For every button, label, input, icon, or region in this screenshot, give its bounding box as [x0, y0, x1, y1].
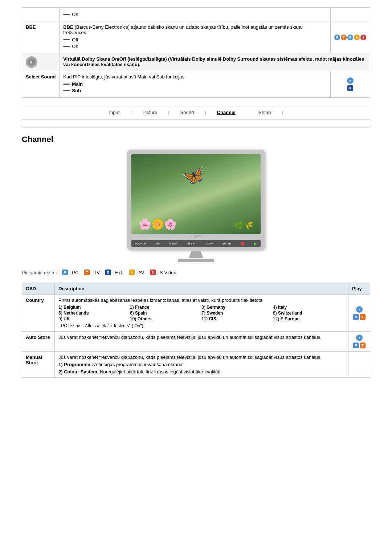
bbe-label-cell: BBE [22, 21, 60, 53]
legend-pc: P : PC [62, 270, 78, 275]
manual-store-prog: 1) Programme : Attiecīgās programmas iev… [58, 362, 344, 367]
power-button[interactable] [241, 242, 244, 246]
country-play-cell: P T [348, 295, 370, 332]
legend-row: Pieejamie režīmi P : PC T : TV E : Ext. … [22, 270, 370, 275]
bbe-icons-cell: P T E A S [331, 21, 370, 53]
country-1: 1) Belgium [58, 305, 130, 310]
country-5: 5) Netherlands [58, 311, 130, 316]
empty-label [22, 8, 60, 21]
tv-controls-bar: SOURCE PIP MENU CH▲▼ VOL+− ENTER ▶ [131, 240, 261, 247]
legend-svideo: S : S-Video [150, 270, 176, 275]
manual-store-label: ManualStore [22, 352, 55, 378]
power-indicator: ▶ [254, 242, 257, 246]
legend-svideo-label: : S-Video [157, 270, 176, 275]
bbe-on-top-desc: On [60, 8, 331, 21]
select-main-label: Main [72, 81, 83, 87]
desc-col-header: Description [55, 283, 348, 295]
tv-base-bar [178, 259, 214, 262]
select-sound-desc: Kad PIP ir ieslēgts, jūs varat atlasīt M… [63, 74, 185, 80]
play-icon-circle [347, 77, 354, 84]
auto-store-desc: Jūs varat noskenēt frekvenču diapazonu, … [55, 332, 348, 352]
ctrl-enter: ENTER [222, 242, 231, 245]
top-section-table: On BBE BBE (Barcus-Berry Electronics) at… [22, 7, 370, 98]
country-12: 12) E.Europe. [273, 316, 344, 321]
bbe-desc: BBE (Barcus-Berry Electronics) atjauno d… [63, 24, 303, 35]
bbe-label: BBE [26, 24, 36, 30]
nav-sound[interactable]: Sound [180, 110, 194, 115]
divider [22, 127, 370, 127]
tv-frame: 🦋 🌸🌼🌸 🌿🌾 RLAHF3 SOURCE PIP MENU CH▲▼ VOL… [127, 150, 265, 250]
manual-store-colour: 2) Colour System: Noregulējiet atkārtoti… [58, 369, 344, 374]
auto-store-play-cell: P T [348, 332, 370, 352]
manual-store-desc: Jūs varat noskenēt frekvenču diapazonu, … [55, 352, 348, 378]
nav-input[interactable]: Input [109, 110, 119, 115]
osd-table: OSD Description Play Country Pirms autom… [22, 283, 370, 378]
manual-store-intro: Jūs varat noskenēt frekvenču diapazonu, … [58, 355, 344, 360]
tv-base [127, 259, 265, 262]
tv-screen: 🦋 🌸🌼🌸 🌿🌾 [131, 154, 261, 234]
country-play-icon [356, 306, 363, 313]
nav-sep-5: | [282, 110, 283, 115]
country-6: 6) Spain [130, 311, 201, 316]
legend-label: Pieejamie režīmi [22, 270, 57, 275]
flowers-display: 🌸🌼🌸 [139, 218, 177, 230]
p-icon-small: P [347, 85, 353, 91]
ctrl-menu: MENU [169, 242, 177, 245]
osd-col-header: OSD [22, 283, 55, 295]
country-7: 7) Sweden [201, 311, 273, 316]
tv-stand-neck [189, 251, 203, 258]
nav-picture[interactable]: Picture [143, 110, 157, 115]
bbe-desc-bold: BBE [63, 24, 73, 30]
radio-on-icon [63, 46, 70, 47]
legend-svideo-icon: S [150, 270, 156, 275]
svg-marker-2 [359, 308, 360, 311]
icon-a: A [354, 35, 360, 40]
nav-setup[interactable]: Setup [258, 110, 271, 115]
bbe-on-top-icon-cell [331, 8, 370, 21]
auto-store-label: Auto Store [22, 332, 55, 352]
radio-on-top-icon [63, 14, 70, 15]
country-desc: Pirms automātiskās saglabāšanas iespējas… [55, 295, 348, 332]
auto-store-play-icon [356, 335, 363, 341]
bbe-off-label: Off [72, 37, 78, 42]
ctrl-pip: PIP [156, 242, 160, 245]
butterfly-display: 🦋 [180, 163, 206, 188]
legend-pc-icon: P [62, 270, 68, 275]
flowers-right: 🌿🌾 [234, 221, 253, 230]
legend-ext-label: : Ext. [113, 270, 123, 275]
country-pt-icons: P T [353, 314, 366, 320]
nav-sep-2: | [168, 110, 169, 115]
legend-tv-icon: T [84, 270, 90, 275]
pc-note: - PC režīms : Attēls attēlā" ir Ieslēgts… [58, 323, 344, 328]
bbe-on-top-label: On [72, 12, 78, 17]
ctrl-vol: VOL+− [205, 242, 213, 245]
dolby-icon-cell [22, 53, 60, 71]
radio-sub-icon [63, 90, 70, 91]
manual-store-play-cell [348, 352, 370, 378]
legend-ext: E : Ext. [105, 270, 123, 275]
legend-tv-label: : TV [91, 270, 100, 275]
radio-main-icon [63, 84, 70, 85]
country-list: 1) Belgium 2) France 3) Germany 4) Italy… [58, 305, 344, 321]
nav-sep-1: | [130, 110, 131, 115]
select-sound-label-cell: Select Sound [22, 71, 60, 98]
nav-channel[interactable]: Channel [217, 110, 236, 115]
icon-t: T [341, 35, 347, 40]
nav-bar: Input | Picture | Sound | Channel | Setu… [22, 105, 370, 120]
nav-sep-4: | [246, 110, 248, 115]
legend-av: A : AV [129, 270, 144, 275]
country-intro: Pirms automātiskās saglabāšanas iespējas… [58, 297, 344, 303]
country-row: Country Pirms automātiskās saglabāšanas … [22, 295, 370, 332]
auto-store-p-icon: P [353, 343, 359, 348]
tv-model-text: RLAHF3 [131, 234, 261, 239]
legend-tv: T : TV [84, 270, 100, 275]
bbe-desc-cell: BBE (Barcus-Berry Electronics) atjauno d… [60, 21, 331, 53]
country-3: 3) Germany [201, 305, 273, 310]
select-sound-icon-cell: P [331, 71, 370, 98]
svg-marker-1 [350, 80, 351, 82]
radio-off-icon [63, 39, 70, 40]
tv-wrapper: 🦋 🌸🌼🌸 🌿🌾 RLAHF3 SOURCE PIP MENU CH▲▼ VOL… [127, 150, 265, 262]
auto-store-text: Jūs varat noskenēt frekvenču diapazonu, … [58, 335, 344, 340]
country-9: 9) UK [58, 316, 130, 321]
bbe-on-label: On [72, 44, 78, 49]
